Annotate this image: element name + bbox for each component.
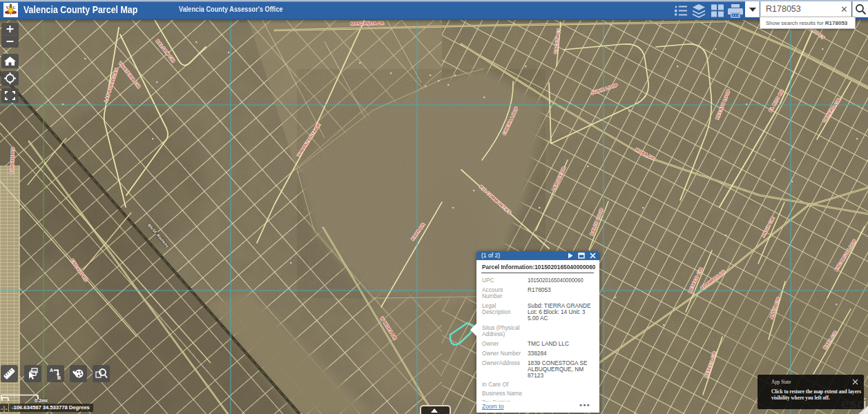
svg-text:0.2mi: 0.2mi [35,397,48,404]
svg-text:C: C [13,6,16,10]
svg-text:TURBINE RD: TURBINE RD [9,147,15,175]
svg-text:V: V [6,6,10,10]
svg-text:A: A [50,368,53,373]
